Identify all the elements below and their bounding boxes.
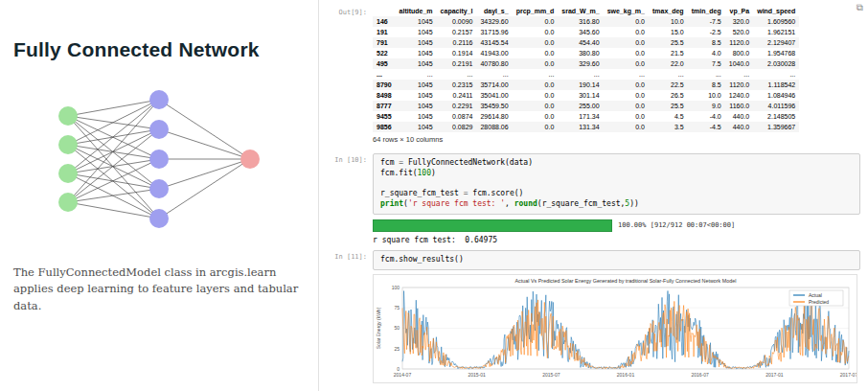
table-cell: ... — [558, 69, 603, 80]
table-cell: 9.0 — [688, 101, 725, 111]
table-cell: ... — [396, 69, 437, 80]
table-cell: 1045 — [396, 80, 437, 90]
svg-text:75: 75 — [394, 305, 400, 310]
table-cell: 1045 — [396, 90, 437, 101]
table-cell: 10.0 — [649, 16, 688, 27]
table-cell: 301.14 — [558, 90, 603, 101]
results-chart: 02550751002014-072015-012015-072016-0120… — [373, 274, 857, 383]
table-cell: 15.0 — [649, 27, 688, 37]
table-cell: 22.0 — [649, 58, 688, 69]
svg-text:2014-07: 2014-07 — [394, 372, 412, 378]
table-cell: 1045 — [396, 58, 437, 69]
table-cell: 41943.00 — [476, 48, 512, 58]
svg-text:Actual Vs Predicted Solar Ener: Actual Vs Predicted Solar Energy Generat… — [514, 278, 736, 284]
table-cell: 1045 — [396, 101, 437, 111]
table-cell: ... — [513, 69, 559, 80]
table-cell: 0.0 — [513, 16, 559, 27]
table-cell: 520.0 — [725, 27, 753, 37]
notebook-panel: ⧉ Out[9]: altitude_mcapacity_ldayl_s_prc… — [319, 0, 868, 391]
in-prompt-fit: In [10]: — [325, 153, 373, 215]
table-cell: 4.011596 — [753, 101, 799, 111]
row-index: 9455 — [373, 111, 396, 122]
table-cell: 35041.00 — [476, 90, 512, 101]
table-cell: 21.5 — [649, 48, 688, 58]
dataframe-table: altitude_mcapacity_ldayl_s_prcp_mm_dsrad… — [373, 6, 799, 132]
table-cell: 4.0 — [688, 48, 725, 58]
score-output: r square fcm test: 0.64975 — [373, 236, 860, 244]
table-row: 945510450.087429614.800.0171.340.04.5-4.… — [373, 111, 799, 122]
table-cell: ... — [476, 69, 512, 80]
table-cell: ... — [437, 69, 477, 80]
table-cell: 0.0874 — [437, 111, 477, 122]
row-index: 146 — [373, 16, 396, 27]
table-row: 19110450.215731715.960.0345.600.015.0-2.… — [373, 27, 799, 37]
out-prompt: Out[9]: — [325, 6, 373, 150]
svg-text:25: 25 — [394, 345, 400, 351]
table-row: ................................. — [373, 69, 799, 80]
table-cell: 34329.60 — [476, 16, 512, 27]
output-cell-dataframe: Out[9]: altitude_mcapacity_ldayl_s_prcp_… — [325, 6, 860, 150]
table-row: 49510450.219140780.800.0329.600.022.07.5… — [373, 58, 799, 69]
svg-text:100: 100 — [392, 285, 400, 290]
table-row: 79110450.211643145.540.0454.400.025.58.5… — [373, 37, 799, 48]
row-index: 522 — [373, 48, 396, 58]
table-cell: 316.80 — [558, 16, 603, 27]
table-cell: 29614.80 — [476, 111, 512, 122]
table-cell: 1120.0 — [725, 80, 753, 90]
table-cell: 0.0 — [513, 122, 559, 132]
table-cell: 0.2157 — [437, 27, 477, 37]
svg-text:2017-01: 2017-01 — [765, 372, 784, 378]
table-cell: 25.5 — [649, 37, 688, 48]
row-index: 8498 — [373, 90, 396, 101]
svg-text:2017-07: 2017-07 — [840, 372, 857, 378]
table-cell: 0.0 — [604, 90, 649, 101]
table-cell: 1.359667 — [753, 122, 799, 132]
table-cell: 0.0 — [513, 27, 559, 37]
row-index: 8790 — [373, 80, 396, 90]
table-cell: 2.030028 — [753, 58, 799, 69]
table-cell: 0.2411 — [437, 90, 477, 101]
table-cell: ... — [688, 69, 725, 80]
popout-icon[interactable]: ⧉ — [857, 3, 863, 12]
table-cell: 0.0 — [513, 101, 559, 111]
table-cell: 7.5 — [688, 58, 725, 69]
table-cell: 8.5 — [688, 80, 725, 90]
svg-text:2016-01: 2016-01 — [617, 372, 635, 378]
row-index: 495 — [373, 58, 396, 69]
column-header — [373, 6, 396, 16]
table-cell: 28088.06 — [476, 122, 512, 132]
table-cell: 0.0 — [513, 58, 559, 69]
output-cell-progress: 100.00% [912/912 00:07<00:00] r square f… — [325, 218, 860, 246]
output-cell-chart: 02550751002014-072015-012015-072016-0120… — [325, 274, 860, 383]
code-cell-results: In [11]: fcm.show_results() — [325, 250, 860, 270]
table-cell: 0.0 — [604, 111, 649, 122]
table-cell: 1120.0 — [725, 37, 753, 48]
table-cell: -2.5 — [688, 27, 725, 37]
table-cell: 1.118542 — [753, 80, 799, 90]
code-input-results[interactable]: fcm.show_results() — [373, 250, 860, 270]
code-cell-fit: In [10]: fcm = FullyConnectedNetwork(dat… — [325, 153, 860, 215]
empty-prompt — [325, 218, 373, 246]
table-cell: ... — [725, 69, 753, 80]
table-row: 14610450.009034329.600.0316.800.010.0-7.… — [373, 16, 799, 27]
table-cell: 35714.00 — [476, 80, 512, 90]
svg-text:2016-07: 2016-07 — [691, 372, 709, 378]
app-window: Fully Connected Network The FullyConnect… — [0, 0, 868, 391]
svg-text:2015-07: 2015-07 — [542, 372, 560, 378]
table-cell: 10.0 — [688, 90, 725, 101]
table-cell: 1045 — [396, 48, 437, 58]
code-input-fit[interactable]: fcm = FullyConnectedNetwork(data) fcm.fi… — [373, 153, 860, 215]
column-header: srad_W_m_ — [558, 6, 603, 16]
table-cell: 0.0 — [604, 122, 649, 132]
column-header: dayl_s_ — [476, 6, 512, 16]
training-progress: 100.00% [912/912 00:07<00:00] — [373, 219, 860, 232]
svg-text:50: 50 — [394, 325, 400, 331]
table-cell: 0.0 — [513, 48, 559, 58]
table-row: 879010450.231535714.000.0190.140.022.58.… — [373, 80, 799, 90]
table-cell: 0.0090 — [437, 16, 477, 27]
table-cell: 1.084946 — [753, 90, 799, 101]
table-cell: 0.0829 — [437, 122, 477, 132]
table-cell: 0.0 — [513, 80, 559, 90]
table-cell: 0.2191 — [437, 58, 477, 69]
svg-text:Predicted: Predicted — [809, 299, 829, 305]
